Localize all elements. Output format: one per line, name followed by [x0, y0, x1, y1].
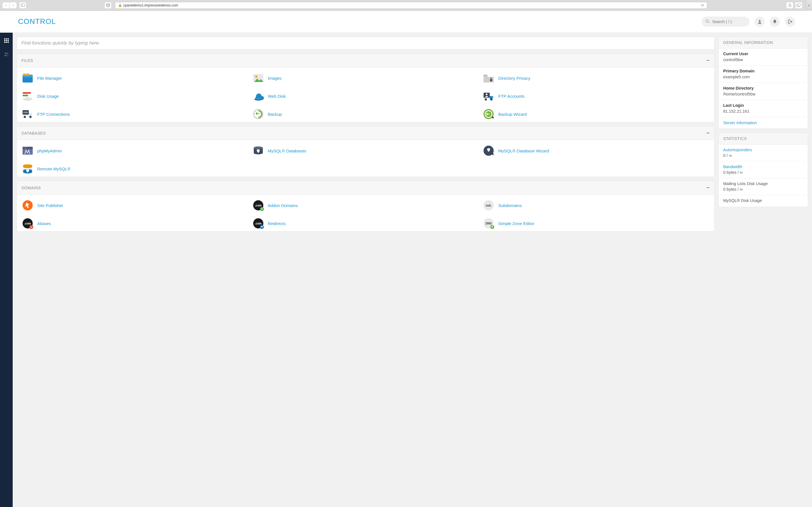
tool-label: Addon Domains — [268, 203, 298, 208]
notifications-button[interactable] — [770, 17, 780, 27]
tool-ftp-accounts[interactable]: FTP Accounts — [483, 91, 710, 102]
svg-rect-30 — [22, 95, 28, 96]
panel-header: STATISTICS — [719, 133, 808, 145]
svg-point-56 — [27, 148, 28, 149]
info-label: Current User — [723, 52, 803, 56]
tool-ftp-connections[interactable]: FTP FTP Connections — [21, 108, 249, 120]
panel-header: GENERAL INFORMATION — [719, 37, 808, 48]
svg-point-46 — [29, 116, 32, 118]
tool-backup[interactable]: Backup — [252, 108, 479, 120]
collapse-icon[interactable]: − — [706, 130, 710, 136]
svg-point-37 — [259, 99, 259, 99]
tool-backup-wizard[interactable]: Backup Wizard — [483, 108, 710, 120]
svg-point-35 — [256, 99, 257, 99]
user-menu-button[interactable] — [755, 17, 765, 27]
svg-point-20 — [7, 53, 8, 54]
ftp-accounts-icon — [483, 91, 495, 102]
tabs-button[interactable] — [795, 2, 802, 9]
logout-button[interactable] — [785, 17, 795, 27]
info-value: control5bw — [723, 57, 743, 62]
tool-mysql-wizard[interactable]: MySQL® Database Wizard — [483, 145, 710, 156]
svg-rect-29 — [22, 92, 31, 94]
tool-disk-usage[interactable]: Disk Usage — [21, 91, 249, 102]
tool-web-disk[interactable]: Web Disk — [252, 91, 479, 102]
collapse-icon[interactable]: − — [706, 57, 710, 64]
simple-zone-editor-icon: DNS — [483, 218, 495, 229]
tool-remote-mysql[interactable]: Remote MySQL® — [21, 163, 249, 174]
tool-label: Disk Usage — [37, 94, 59, 99]
tool-label: Redirects — [268, 221, 286, 226]
svg-rect-5 — [798, 4, 801, 6]
svg-point-58 — [254, 147, 263, 149]
svg-text:FTP: FTP — [23, 111, 28, 114]
svg-point-8 — [759, 20, 760, 22]
header-search-input[interactable] — [712, 19, 744, 24]
tool-phpmyadmin[interactable]: phpMyAdmin — [21, 145, 249, 156]
header-search[interactable] — [702, 17, 749, 27]
tool-file-manager[interactable]: File Manager — [21, 72, 249, 83]
tool-label: Images — [268, 76, 282, 80]
tool-images[interactable]: Images — [252, 72, 479, 83]
lock-icon: 🔒 — [118, 3, 122, 7]
brand-logo[interactable]: CONTROL — [18, 17, 56, 26]
url-bar[interactable]: 🔒 cpaneldemo1.impressivedemos.com ⟳ — [115, 2, 707, 9]
redirects-icon: .com — [252, 218, 264, 229]
tool-label: phpMyAdmin — [37, 149, 62, 153]
section-title: DOMAINS — [21, 186, 41, 190]
tool-label: MySQL® Database Wizard — [498, 149, 549, 153]
sidebar-item-users[interactable] — [0, 50, 13, 59]
tool-subdomains[interactable]: sub. Subdomains — [483, 200, 710, 211]
svg-point-9 — [774, 23, 775, 24]
stat-label-link[interactable]: Bandwidth — [723, 165, 803, 169]
sidebar — [0, 33, 13, 507]
back-button[interactable]: ‹ — [2, 2, 10, 9]
sidebar-toggle-button[interactable] — [19, 2, 27, 9]
tool-label: FTP Accounts — [498, 94, 524, 99]
svg-point-19 — [5, 52, 6, 54]
svg-text:+: + — [261, 207, 263, 211]
tool-site-publisher[interactable]: Site Publisher — [21, 200, 249, 211]
tool-directory-privacy[interactable]: Directory Privacy — [483, 72, 710, 83]
svg-rect-23 — [23, 73, 26, 76]
share-button[interactable] — [786, 2, 794, 9]
tool-label: MySQL® Databases — [268, 149, 306, 153]
info-label: Home Directory — [723, 86, 803, 91]
server-information-link[interactable]: Server Information — [723, 121, 757, 125]
grid-icon — [4, 38, 9, 43]
tool-simple-zone-editor[interactable]: DNS Simple Zone Editor — [483, 218, 710, 229]
aliases-icon: .com= — [21, 218, 34, 229]
tool-aliases[interactable]: .com= Aliases — [21, 218, 249, 229]
tool-label: Site Publisher — [37, 203, 63, 208]
stat-label-link[interactable]: Autoresponders — [723, 148, 803, 152]
tool-label: Backup — [268, 112, 282, 117]
section-header-files[interactable]: FILES − — [17, 54, 714, 67]
tool-label: Remote MySQL® — [37, 166, 70, 171]
section-header-databases[interactable]: DATABASES − — [17, 126, 714, 140]
forward-button[interactable]: › — [10, 2, 17, 9]
svg-text:DNS: DNS — [486, 222, 492, 225]
info-label: Primary Domain — [723, 69, 803, 73]
collapse-icon[interactable]: − — [706, 184, 710, 191]
svg-text:.com: .com — [255, 204, 261, 207]
svg-point-41 — [485, 98, 487, 101]
stat-row-bandwidth: Bandwidth 0 bytes / ∞ — [719, 161, 808, 178]
info-value: /home/control5bw — [723, 92, 755, 96]
mysql-databases-icon — [252, 145, 264, 156]
tool-mysql-databases[interactable]: MySQL® Databases — [252, 145, 479, 156]
stat-row-mysql-disk: MySQL® Disk Usage — [719, 195, 808, 207]
tool-addon-domains[interactable]: .com+ Addon Domains — [252, 200, 479, 211]
pocket-button[interactable] — [104, 2, 112, 9]
refresh-icon[interactable]: ⟳ — [701, 3, 704, 7]
section-header-domains[interactable]: DOMAINS − — [17, 181, 714, 194]
sidebar-item-home[interactable] — [0, 36, 13, 45]
svg-point-36 — [257, 99, 258, 99]
new-tab-button[interactable]: + — [806, 0, 812, 11]
tool-label: Backup Wizard — [498, 112, 527, 117]
svg-rect-0 — [21, 4, 25, 7]
tool-label: FTP Connections — [37, 112, 70, 117]
subdomains-icon: sub. — [483, 200, 495, 211]
tool-label: Web Disk — [268, 94, 286, 99]
svg-text:.com: .com — [24, 222, 31, 225]
quick-search-input[interactable] — [17, 37, 714, 49]
tool-redirects[interactable]: .com Redirects — [252, 218, 479, 229]
